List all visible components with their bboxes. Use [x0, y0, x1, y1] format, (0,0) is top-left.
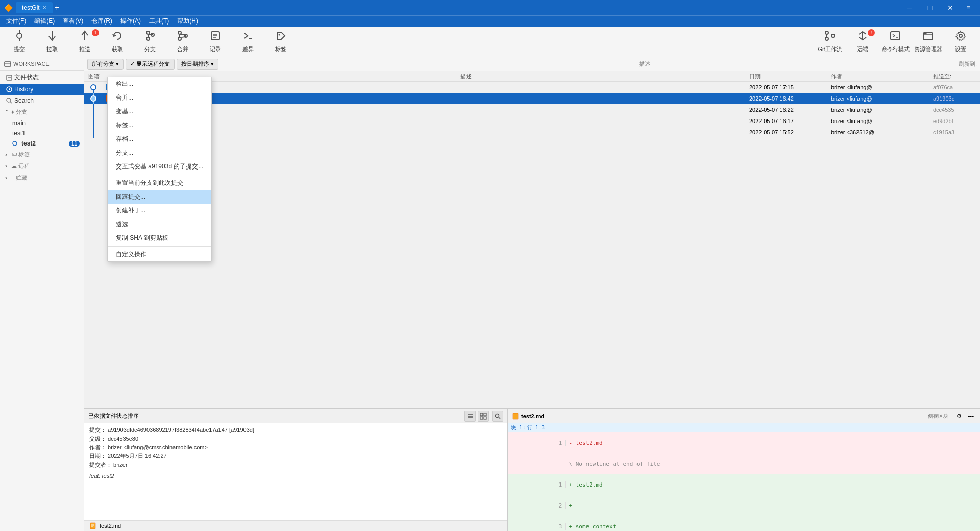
- menu-help[interactable]: 帮助(H): [173, 16, 202, 27]
- svg-line-33: [10, 102, 12, 103]
- commit-button[interactable]: 提交: [4, 28, 35, 56]
- header-hash: 推送至:: [929, 71, 980, 81]
- menu-tools[interactable]: 工具(T): [145, 16, 173, 27]
- gitflow-label: Git工作流: [818, 45, 842, 53]
- sidebar-search[interactable]: Search: [0, 95, 84, 106]
- merge-button[interactable]: 合并: [167, 28, 198, 56]
- tree-view-button[interactable]: [478, 411, 489, 422]
- close-button[interactable]: ✕: [940, 0, 961, 15]
- commit-icon: [14, 30, 25, 44]
- minimize-button[interactable]: ─: [899, 0, 920, 15]
- fetch-button[interactable]: 获取: [102, 28, 133, 56]
- menu-custom-action[interactable]: 自定义操作: [108, 248, 211, 261]
- tag-button[interactable]: 标签: [265, 28, 296, 56]
- sidebar-tags-section[interactable]: 🏷 标签: [0, 149, 84, 160]
- commit-hash-3: dcc4535: [929, 107, 980, 113]
- diff-more-button[interactable]: •••: [966, 412, 976, 420]
- menu-repo[interactable]: 仓库(R): [87, 16, 116, 27]
- log-button[interactable]: 记录: [200, 28, 231, 56]
- commit-row[interactable]: test2 11 feat: commit 2022-05-07 17:15 b…: [84, 82, 980, 93]
- branch-label: 分支: [144, 45, 156, 53]
- menu-rebase[interactable]: 变基...: [108, 105, 211, 118]
- commit-list: test2 11 feat: commit 2022-05-07 17:15 b…: [84, 82, 980, 408]
- terminal-icon: [890, 30, 901, 44]
- committer-label: 提交者：: [89, 462, 112, 468]
- menu-reset[interactable]: 重置当前分支到此次提交: [108, 176, 211, 190]
- commit-author-5: brizer <362512@: [827, 129, 929, 135]
- branch-test2-label: test2: [21, 140, 36, 147]
- hash-value: a91903dfdc469036892197f382834f4abe17a147…: [108, 427, 254, 433]
- all-branches-button[interactable]: 所有分支 ▾: [87, 59, 124, 70]
- sort-button[interactable]: 按日期排序 ▾: [177, 59, 218, 70]
- explorer-button[interactable]: 资源管理器: [913, 28, 943, 56]
- date-label: 日期：: [89, 453, 106, 459]
- menu-tag[interactable]: 标签...: [108, 118, 211, 132]
- svg-point-36: [91, 85, 96, 90]
- menu-revert[interactable]: 回滚提交...: [108, 190, 211, 204]
- file-name: test2.md: [100, 523, 121, 529]
- branch-test1-label: test1: [12, 130, 26, 137]
- diff-line-added-3: 3+ some context: [508, 516, 980, 531]
- new-tab-button[interactable]: +: [55, 3, 59, 12]
- svg-point-6: [146, 37, 150, 40]
- tab-testgit[interactable]: testGit ×: [16, 2, 53, 13]
- sidebar-branch-test2[interactable]: test2 11: [0, 138, 84, 149]
- svg-rect-47: [484, 413, 486, 416]
- file-item-test2md[interactable]: test2.md: [84, 521, 507, 531]
- commit-author-row: 作者： brizer <liufang@cmsr.chinamobile.com…: [89, 444, 502, 451]
- search-files-button[interactable]: [492, 411, 503, 422]
- menu-branch[interactable]: 分支...: [108, 146, 211, 160]
- sidebar-branch-test1[interactable]: test1: [0, 128, 84, 138]
- diff-settings-button[interactable]: ⚙: [954, 412, 964, 420]
- hamburger-menu-icon[interactable]: ≡: [961, 0, 976, 15]
- commit-row-5[interactable]: 2022-05-07 15:52 brizer <362512@ c1915a3: [84, 127, 980, 138]
- context-menu: 检出... 合并... 变基... 标签... 存档... 分支... 交互式变…: [107, 77, 212, 262]
- commit-author-2: brizer <liufang@: [827, 95, 929, 102]
- svg-point-0: [17, 33, 22, 38]
- commit-date: 2022-05-07 17:15: [745, 84, 827, 90]
- commit-row-3[interactable]: 2022-05-07 16:22 brizer <liufang@ dcc453…: [84, 104, 980, 115]
- menu-merge[interactable]: 合并...: [108, 91, 211, 105]
- pull-button[interactable]: 拉取: [37, 28, 67, 56]
- diff-panel: test2.md 侧视区块 ⚙ ••• 块 1：行 1-3 1- test2.m…: [508, 409, 980, 531]
- menu-action[interactable]: 操作(A): [116, 16, 145, 27]
- diff-button[interactable]: 差异: [233, 28, 263, 56]
- side-by-side-label: 侧视区块: [928, 413, 948, 420]
- menu-file[interactable]: 文件(F): [2, 16, 30, 27]
- sidebar-file-status[interactable]: 文件状态: [0, 71, 84, 84]
- terminal-button[interactable]: 命令行模式: [880, 28, 911, 56]
- menu-checkout[interactable]: 检出...: [108, 77, 211, 91]
- commit-hash-4: ed9d2bf: [929, 118, 980, 124]
- show-remote-branches-button[interactable]: ✓ 显示远程分支: [126, 59, 175, 70]
- maximize-button[interactable]: □: [920, 0, 940, 15]
- gitflow-button[interactable]: Git工作流: [815, 28, 845, 56]
- commit-parent-row: 父级： dcc4535e80: [89, 435, 502, 443]
- svg-rect-26: [923, 33, 933, 40]
- commit-row-selected[interactable]: origin/test2 feat: test2 2022-05-07 16:4…: [84, 93, 980, 104]
- sidebar-stash-section[interactable]: ≡ 贮藏: [0, 172, 84, 184]
- settings-button[interactable]: 设置: [945, 28, 976, 56]
- menu-interactive-rebase[interactable]: 交互式变基 a91903d 的子提交...: [108, 160, 211, 174]
- menu-archive[interactable]: 存档...: [108, 132, 211, 146]
- commit-hash: af076ca: [929, 84, 980, 90]
- menu-edit[interactable]: 编辑(E): [30, 16, 59, 27]
- commit-row-4[interactable]: 2022-05-07 16:17 brizer <liufang@ ed9d2b…: [84, 115, 980, 127]
- menu-view[interactable]: 查看(V): [59, 16, 87, 27]
- branch-button[interactable]: 分支: [135, 28, 165, 56]
- sidebar-remote-section[interactable]: ☁ 远程: [0, 160, 84, 172]
- menu-copy-sha[interactable]: 复制 SHA 到剪贴板: [108, 231, 211, 245]
- tag-icon: [275, 30, 286, 44]
- menu-cherry-pick[interactable]: 遴选: [108, 218, 211, 231]
- sidebar-branch-main[interactable]: main: [0, 118, 84, 128]
- history-toolbar: 所有分支 ▾ ✓ 显示远程分支 按日期排序 ▾ 描述 刷新到:: [84, 57, 980, 71]
- svg-rect-56: [513, 413, 518, 419]
- author-value: brizer <liufang@cmsr.chinamobile.com>: [108, 444, 208, 450]
- close-tab-button[interactable]: ×: [43, 4, 46, 11]
- svg-point-32: [7, 98, 11, 102]
- sidebar-history[interactable]: History: [0, 84, 84, 95]
- sidebar-branches-section[interactable]: ♦ 分支: [0, 106, 84, 118]
- diff-icon: [242, 30, 254, 44]
- diff-line-num-2: 1: [550, 481, 566, 488]
- menu-create-patch[interactable]: 创建补丁...: [108, 204, 211, 218]
- list-view-button[interactable]: [464, 411, 476, 422]
